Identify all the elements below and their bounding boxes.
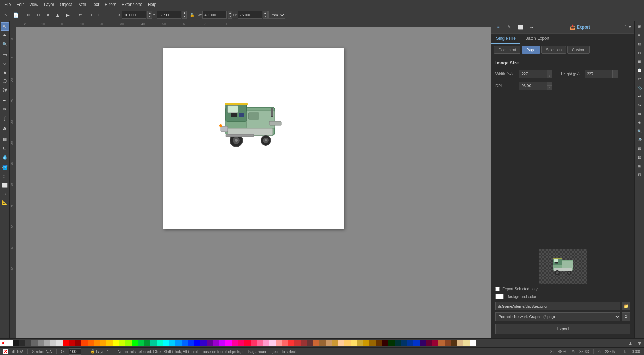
palette-color-swatch[interactable] (13, 340, 19, 346)
palette-color-swatch[interactable] (470, 340, 476, 346)
mesh-tool[interactable]: ⊞ (1, 144, 9, 152)
palette-color-swatch[interactable] (69, 340, 75, 346)
palette-color-swatch[interactable] (257, 340, 263, 346)
width-increment[interactable]: + (547, 74, 552, 78)
palette-color-swatch[interactable] (432, 340, 438, 346)
palette-color-swatch[interactable] (301, 340, 307, 346)
palette-color-swatch[interactable] (420, 340, 426, 346)
palette-color-swatch[interactable] (357, 340, 363, 346)
star-tool[interactable]: ★ (1, 68, 9, 76)
palette-color-swatch[interactable] (19, 340, 25, 346)
palette-color-swatch[interactable] (56, 340, 63, 346)
right-icon-6[interactable]: 📋 (635, 66, 644, 74)
palette-color-swatch[interactable] (319, 340, 326, 346)
format-select[interactable]: Portable Network Graphic (*.png) (495, 312, 620, 321)
align-btn-1[interactable]: ⊨ (76, 10, 85, 20)
palette-color-swatch[interactable] (369, 340, 376, 346)
menu-help[interactable]: Help (145, 1, 159, 8)
right-icon-10[interactable]: ↪ (635, 101, 644, 109)
w-increment[interactable]: ▲ (228, 11, 232, 15)
palette-color-swatch[interactable] (31, 340, 38, 346)
circle-tool[interactable]: ○ (1, 59, 9, 68)
palette-color-swatch[interactable] (326, 340, 332, 346)
x-decrement[interactable]: ▼ (147, 15, 152, 19)
panel-icon-xml[interactable]: ✎ (505, 23, 514, 31)
palette-color-swatch[interactable] (451, 340, 457, 346)
palette-color-swatch[interactable] (294, 340, 301, 346)
palette-color-swatch[interactable] (457, 340, 463, 346)
align-btn-2[interactable]: ⊣ (86, 10, 95, 20)
subtab-selection[interactable]: Selection (541, 46, 566, 54)
polygon-tool[interactable]: ⬡ (1, 77, 9, 85)
palette-color-swatch[interactable] (194, 340, 200, 346)
subtab-page[interactable]: Page (522, 46, 540, 54)
palette-color-swatch[interactable] (426, 340, 432, 346)
y-increment[interactable]: ▲ (182, 11, 187, 15)
palette-color-swatch[interactable] (263, 340, 269, 346)
palette-color-swatch[interactable] (125, 340, 132, 346)
palette-color-swatch[interactable] (175, 340, 182, 346)
palette-color-swatch[interactable] (276, 340, 282, 346)
palette-color-swatch[interactable] (463, 340, 470, 346)
paint-bucket[interactable]: 🪣 (1, 163, 9, 172)
palette-color-swatch[interactable] (106, 340, 113, 346)
palette-scroll-down[interactable]: ▼ (635, 340, 644, 346)
lock-btn[interactable]: 🔒 (188, 10, 197, 20)
palette-color-swatch[interactable] (188, 340, 194, 346)
palette-color-swatch[interactable] (413, 340, 420, 346)
palette-color-swatch[interactable] (132, 340, 138, 346)
x-increment[interactable]: ▲ (147, 11, 152, 15)
snap-btn-2[interactable]: ⊟ (34, 10, 43, 20)
tab-batch-export[interactable]: Batch Export (520, 34, 554, 44)
right-icon-11[interactable]: ⊕ (635, 109, 644, 118)
width-input[interactable] (519, 70, 547, 78)
menu-extensions[interactable]: Extensions (119, 1, 145, 8)
menu-object[interactable]: Object (57, 1, 75, 8)
palette-color-swatch[interactable] (338, 340, 344, 346)
panel-close-btn[interactable]: × (629, 24, 631, 30)
h-decrement[interactable]: ▼ (263, 15, 268, 19)
palette-color-swatch[interactable] (332, 340, 338, 346)
format-settings-btn[interactable]: ⚙ (622, 312, 630, 321)
y-decrement[interactable]: ▼ (182, 15, 187, 19)
subtab-document[interactable]: Document (494, 46, 520, 54)
connector-tool[interactable]: ↔ (1, 190, 9, 198)
align-btn-4[interactable]: ⊥ (105, 10, 114, 20)
palette-color-swatch[interactable] (150, 340, 157, 346)
select-tool-btn[interactable]: ↖ (1, 10, 10, 20)
palette-color-swatch[interactable] (238, 340, 244, 346)
filename-input[interactable] (495, 302, 620, 310)
pencil-tool[interactable]: ✏ (1, 105, 9, 113)
right-icon-18[interactable]: ⊠ (635, 170, 644, 179)
subtab-custom[interactable]: Custom (567, 46, 590, 54)
rect-tool[interactable]: ▭ (1, 51, 9, 59)
menu-edit[interactable]: Edit (14, 1, 26, 8)
palette-color-swatch[interactable] (363, 340, 369, 346)
width-decrement[interactable]: − (547, 70, 552, 74)
unit-select[interactable]: mm px in cm (268, 11, 285, 19)
no-fill-swatch[interactable]: ✕ (0, 340, 6, 346)
palette-color-swatch[interactable] (382, 340, 388, 346)
palette-color-swatch[interactable] (63, 340, 69, 346)
height-input[interactable] (585, 70, 612, 78)
palette-color-swatch[interactable] (388, 340, 395, 346)
palette-color-swatch[interactable] (232, 340, 238, 346)
palette-color-swatch[interactable] (344, 340, 351, 346)
palette-color-swatch[interactable] (119, 340, 125, 346)
right-icon-4[interactable]: ⊠ (635, 48, 644, 57)
filename-browse-btn[interactable]: 📁 (622, 302, 630, 310)
w-decrement[interactable]: ▼ (228, 15, 232, 19)
palette-color-swatch[interactable] (407, 340, 413, 346)
menu-view[interactable]: View (26, 1, 41, 8)
snap-btn-5[interactable]: ▶ (63, 10, 72, 20)
right-icon-17[interactable]: ⊞ (635, 162, 644, 170)
palette-color-swatch[interactable] (213, 340, 219, 346)
pen-tool[interactable]: ✒ (1, 96, 9, 105)
opacity-input[interactable] (69, 348, 81, 355)
palette-color-swatch[interactable] (75, 340, 81, 346)
palette-color-swatch[interactable] (395, 340, 401, 346)
right-icon-9[interactable]: ↩ (635, 92, 644, 100)
dpi-increment[interactable]: + (547, 86, 552, 90)
palette-color-swatch[interactable] (251, 340, 257, 346)
right-icon-14[interactable]: 🔎 (635, 136, 644, 144)
